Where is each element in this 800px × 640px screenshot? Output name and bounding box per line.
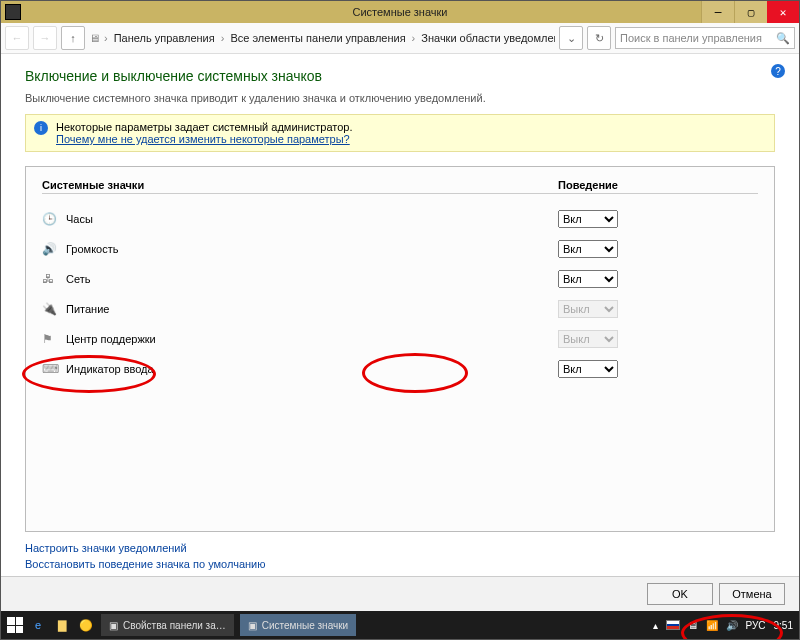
info-icon: i — [34, 121, 48, 135]
explorer-navbar: ← → ↑ 🖥 › Панель управления› Все элемент… — [1, 23, 799, 54]
restore-defaults-link[interactable]: Восстановить поведение значка по умолчан… — [25, 558, 775, 570]
dialog-buttons: OK Отмена — [1, 576, 799, 611]
icons-panel: Системные значки Поведение 🕒ЧасыВклВыкл🔊… — [25, 166, 775, 532]
row-label: Громкость — [66, 243, 558, 255]
page-title: Включение и выключение системных значков — [25, 68, 775, 84]
taskbar[interactable]: e ▇ 🟡 ▣ Свойства панели за… ▣ Системные … — [1, 611, 799, 639]
banner-text: Некоторые параметры задает системный адм… — [56, 121, 353, 133]
system-tray[interactable]: ▴ 🖥 📶 🔊 РУС 9:51 — [653, 620, 794, 631]
search-placeholder: Поиск в панели управления — [620, 32, 762, 44]
taskbar-task-properties[interactable]: ▣ Свойства панели за… — [101, 614, 234, 636]
history-dropdown[interactable]: ⌄ — [559, 26, 583, 50]
icon-row: 🔌ПитаниеВклВыкл — [42, 294, 758, 324]
forward-button[interactable]: → — [33, 26, 57, 50]
refresh-button[interactable]: ↻ — [587, 26, 611, 50]
behavior-select: ВклВыкл — [558, 300, 618, 318]
icon-row: ⌨Индикатор вводаВклВыкл — [42, 354, 758, 384]
column-behavior: Поведение — [558, 179, 758, 194]
taskbar-ie-icon[interactable]: e — [29, 616, 47, 634]
row-icon: 🔊 — [42, 242, 66, 256]
tray-monitor-icon[interactable]: 🖥 — [688, 620, 698, 631]
start-button[interactable] — [7, 617, 23, 633]
column-system-icons: Системные значки — [42, 179, 558, 194]
icon-row: 🕒ЧасыВклВыкл — [42, 204, 758, 234]
behavior-select: ВклВыкл — [558, 330, 618, 348]
banner-help-link[interactable]: Почему мне не удается изменить некоторые… — [56, 133, 350, 145]
row-label: Питание — [66, 303, 558, 315]
tray-clock[interactable]: 9:51 — [774, 620, 793, 631]
tray-volume-icon[interactable]: 🔊 — [726, 620, 738, 631]
icon-row: 🖧СетьВклВыкл — [42, 264, 758, 294]
window-icon: ▣ — [248, 620, 257, 631]
window-icon: ▣ — [109, 620, 118, 631]
behavior-select[interactable]: ВклВыкл — [558, 210, 618, 228]
tray-network-icon[interactable]: 📶 — [706, 620, 718, 631]
tray-language-indicator[interactable]: РУС — [746, 620, 766, 631]
breadcrumb-item[interactable]: Все элементы панели управления — [228, 32, 407, 44]
back-button[interactable]: ← — [5, 26, 29, 50]
breadcrumb-item[interactable]: Панель управления — [112, 32, 217, 44]
tray-flag-icon[interactable] — [666, 620, 680, 630]
cancel-button[interactable]: Отмена — [719, 583, 785, 605]
page-description: Выключение системного значка приводит к … — [25, 92, 775, 104]
breadcrumb-item[interactable]: Значки области уведомлений — [419, 32, 555, 44]
behavior-select[interactable]: ВклВыкл — [558, 240, 618, 258]
row-icon: 🔌 — [42, 302, 66, 316]
behavior-select[interactable]: ВклВыкл — [558, 270, 618, 288]
control-panel-icon: 🖥 — [89, 32, 100, 44]
taskbar-explorer-icon[interactable]: ▇ — [53, 616, 71, 634]
row-icon: 🕒 — [42, 212, 66, 226]
ok-button[interactable]: OK — [647, 583, 713, 605]
window-title: Системные значки — [1, 6, 799, 18]
titlebar: Системные значки ─ ▢ ✕ — [1, 1, 799, 23]
row-label: Часы — [66, 213, 558, 225]
row-icon: ⚑ — [42, 332, 66, 346]
admin-warning-banner: i Некоторые параметры задает системный а… — [25, 114, 775, 152]
breadcrumb[interactable]: 🖥 › Панель управления› Все элементы пане… — [89, 32, 555, 44]
row-label: Сеть — [66, 273, 558, 285]
search-icon: 🔍 — [776, 32, 790, 45]
row-label: Индикатор ввода — [66, 363, 558, 375]
icon-row: 🔊ГромкостьВклВыкл — [42, 234, 758, 264]
help-icon[interactable]: ? — [771, 64, 785, 78]
taskbar-task-system-icons[interactable]: ▣ Системные значки — [240, 614, 356, 636]
taskbar-chrome-icon[interactable]: 🟡 — [77, 616, 95, 634]
row-label: Центр поддержки — [66, 333, 558, 345]
up-button[interactable]: ↑ — [61, 26, 85, 50]
behavior-select[interactable]: ВклВыкл — [558, 360, 618, 378]
search-input[interactable]: Поиск в панели управления 🔍 — [615, 27, 795, 49]
row-icon: 🖧 — [42, 272, 66, 286]
customize-icons-link[interactable]: Настроить значки уведомлений — [25, 542, 775, 554]
tray-chevron-icon[interactable]: ▴ — [653, 620, 658, 631]
icon-row: ⚑Центр поддержкиВклВыкл — [42, 324, 758, 354]
content-area: ? Включение и выключение системных значк… — [1, 54, 799, 576]
row-icon: ⌨ — [42, 362, 66, 376]
